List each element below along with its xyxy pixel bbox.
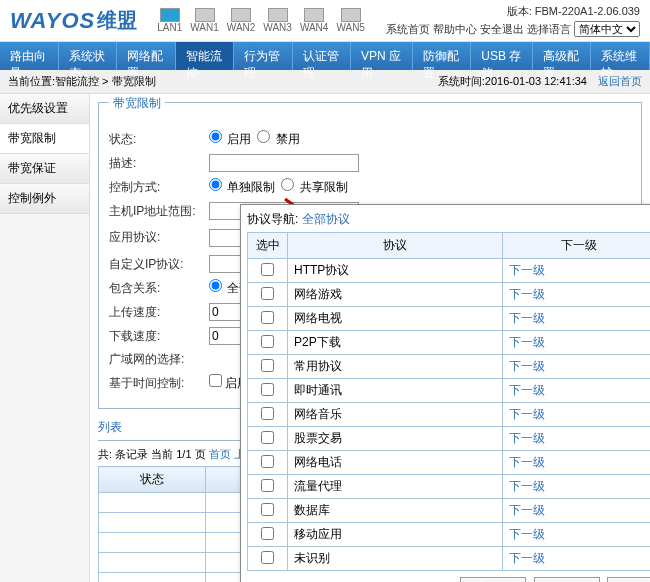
top-links[interactable]: 系统首页 帮助中心 安全退出 选择语言 (386, 23, 571, 35)
proto-checkbox[interactable] (261, 335, 274, 348)
home-link[interactable]: 返回首页 (598, 75, 642, 87)
protocol-row: 即时通讯下一级 (248, 379, 651, 403)
port-icon (341, 8, 361, 22)
protocol-row: HTTP协议下一级 (248, 259, 651, 283)
logo-cn: 维盟 (97, 7, 137, 34)
nav-usb[interactable]: USB 存储 (471, 42, 533, 70)
next-level-link[interactable]: 下一级 (502, 403, 650, 427)
label-down: 下载速度: (109, 328, 209, 345)
proto-checkbox[interactable] (261, 287, 274, 300)
proto-name: 移动应用 (288, 523, 503, 547)
label-desc: 描述: (109, 155, 209, 172)
col-next: 下一级 (502, 233, 650, 259)
label-time: 基于时间控制: (109, 375, 209, 392)
protocol-row: 网络游戏下一级 (248, 283, 651, 307)
next-level-link[interactable]: 下一级 (502, 475, 650, 499)
label-up: 上传速度: (109, 304, 209, 321)
next-level-link[interactable]: 下一级 (502, 355, 650, 379)
version-text: 版本: FBM-220A1-2.06.039 (386, 4, 640, 19)
col-select: 选中 (248, 233, 288, 259)
next-level-link[interactable]: 下一级 (502, 307, 650, 331)
proto-checkbox[interactable] (261, 359, 274, 372)
popup-title-prefix: 协议导航: (247, 212, 298, 226)
label-wan: 广域网的选择: (109, 351, 209, 368)
popup-title-link[interactable]: 全部协议 (302, 212, 350, 226)
label-ctrl: 控制方式: (109, 179, 209, 196)
ok-button[interactable]: 确定选择 (460, 577, 526, 582)
nav-advanced[interactable]: 高级配置 (533, 42, 592, 70)
protocol-table: 选中 协议 下一级 HTTP协议下一级网络游戏下一级网络电视下一级P2P下载下一… (247, 232, 650, 571)
nav-auth[interactable]: 认证管理 (293, 42, 352, 70)
next-level-link[interactable]: 下一级 (502, 283, 650, 307)
proto-name: 网络电视 (288, 307, 503, 331)
system-time: 系统时间:2016-01-03 12:41:34 (438, 75, 587, 87)
label-ip: 主机IP地址范围: (109, 203, 209, 220)
protocol-row: P2P下载下一级 (248, 331, 651, 355)
label-custom-ip: 自定义IP协议: (109, 256, 209, 273)
nav-qos[interactable]: 智能流控 (176, 42, 235, 70)
proto-name: 网络电话 (288, 451, 503, 475)
protocol-row: 网络音乐下一级 (248, 403, 651, 427)
next-level-link[interactable]: 下一级 (502, 427, 650, 451)
proto-checkbox[interactable] (261, 311, 274, 324)
port-icon (231, 8, 251, 22)
nav-status[interactable]: 系统状态 (59, 42, 118, 70)
protocol-row: 未识别下一级 (248, 547, 651, 571)
cancel-button[interactable]: 取消选择 (607, 577, 650, 582)
delete-button[interactable]: 删除选择 (534, 577, 600, 582)
proto-name: 即时通讯 (288, 379, 503, 403)
proto-name: 股票交易 (288, 427, 503, 451)
main-nav: 路由向导 系统状态 网络配置 智能流控 行为管理 认证管理 VPN 应用 防御配… (0, 42, 650, 70)
nav-system[interactable]: 系统维护 (591, 42, 650, 70)
proto-name: 常用协议 (288, 355, 503, 379)
proto-name: HTTP协议 (288, 259, 503, 283)
next-level-link[interactable]: 下一级 (502, 331, 650, 355)
port-icon (160, 8, 180, 22)
protocol-popup: 协议导航: 全部协议 选中 协议 下一级 HTTP协议下一级网络游戏下一级网络电… (240, 204, 650, 582)
proto-checkbox[interactable] (261, 527, 274, 540)
protocol-row: 流量代理下一级 (248, 475, 651, 499)
sidebar-control-exception[interactable]: 控制例外 (0, 184, 89, 214)
protocol-row: 常用协议下一级 (248, 355, 651, 379)
proto-checkbox[interactable] (261, 383, 274, 396)
next-level-link[interactable]: 下一级 (502, 379, 650, 403)
lang-select[interactable]: 简体中文 (574, 21, 640, 37)
radio-single[interactable]: 单独限制 (209, 178, 275, 196)
protocol-row: 网络电视下一级 (248, 307, 651, 331)
nav-defense[interactable]: 防御配置 (413, 42, 472, 70)
fieldset-title: 带宽限制 (109, 95, 165, 112)
nav-behavior[interactable]: 行为管理 (234, 42, 293, 70)
desc-input[interactable] (209, 154, 359, 172)
protocol-row: 股票交易下一级 (248, 427, 651, 451)
nav-wizard[interactable]: 路由向导 (0, 42, 59, 70)
next-level-link[interactable]: 下一级 (502, 259, 650, 283)
proto-checkbox[interactable] (261, 407, 274, 420)
next-level-link[interactable]: 下一级 (502, 451, 650, 475)
proto-name: 流量代理 (288, 475, 503, 499)
port-icon (268, 8, 288, 22)
proto-name: 网络音乐 (288, 403, 503, 427)
proto-name: P2P下载 (288, 331, 503, 355)
radio-disable[interactable]: 禁用 (257, 130, 299, 148)
proto-checkbox[interactable] (261, 479, 274, 492)
next-level-link[interactable]: 下一级 (502, 547, 650, 571)
next-level-link[interactable]: 下一级 (502, 499, 650, 523)
radio-share[interactable]: 共享限制 (281, 178, 347, 196)
label-proto: 应用协议: (109, 229, 209, 246)
proto-checkbox[interactable] (261, 551, 274, 564)
protocol-row: 移动应用下一级 (248, 523, 651, 547)
proto-checkbox[interactable] (261, 263, 274, 276)
nav-network[interactable]: 网络配置 (117, 42, 176, 70)
page-first[interactable]: 首页 (209, 448, 231, 460)
nav-vpn[interactable]: VPN 应用 (351, 42, 413, 70)
radio-enable[interactable]: 启用 (209, 130, 251, 148)
proto-checkbox[interactable] (261, 503, 274, 516)
proto-checkbox[interactable] (261, 431, 274, 444)
protocol-row: 网络电话下一级 (248, 451, 651, 475)
sidebar-bandwidth-limit[interactable]: 带宽限制 (0, 124, 89, 154)
label-contain: 包含关系: (109, 280, 209, 297)
proto-checkbox[interactable] (261, 455, 274, 468)
sidebar-bandwidth-guarantee[interactable]: 带宽保证 (0, 154, 89, 184)
next-level-link[interactable]: 下一级 (502, 523, 650, 547)
sidebar-priority[interactable]: 优先级设置 (0, 94, 89, 124)
